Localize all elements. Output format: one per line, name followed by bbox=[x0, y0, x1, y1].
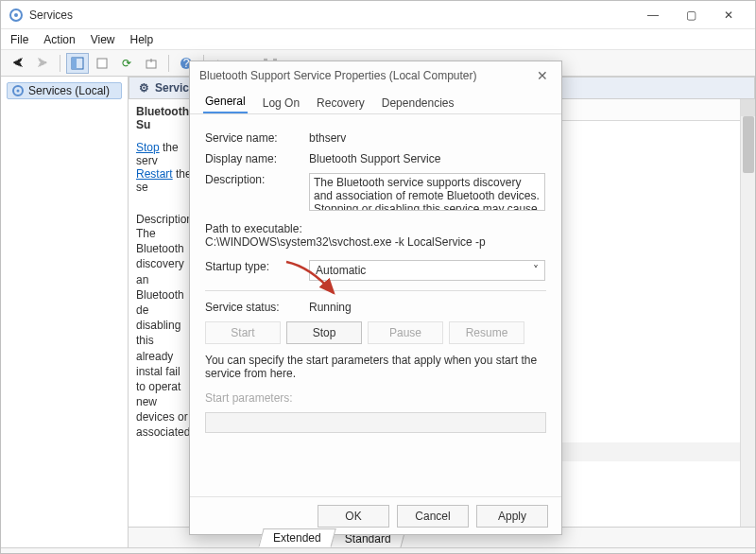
close-button[interactable]: ✕ bbox=[710, 2, 747, 28]
tree-root[interactable]: Services (Local) bbox=[7, 82, 122, 99]
start-params-hint: You can specify the start parameters tha… bbox=[205, 354, 546, 380]
svg-point-1 bbox=[14, 13, 18, 17]
path-label: Path to executable: bbox=[205, 222, 302, 235]
apply-button[interactable]: Apply bbox=[476, 505, 548, 528]
services-icon bbox=[9, 8, 24, 23]
titlebar: Services — ▢ ✕ bbox=[1, 1, 755, 29]
tree-pane: Services (Local) bbox=[1, 77, 129, 547]
svg-rect-3 bbox=[72, 58, 77, 69]
start-params-input bbox=[205, 412, 546, 433]
tab-dependencies[interactable]: Dependencies bbox=[380, 93, 456, 113]
maximize-button[interactable]: ▢ bbox=[672, 2, 710, 28]
svg-rect-4 bbox=[97, 59, 107, 68]
back-button[interactable]: ⮜ bbox=[7, 53, 29, 74]
forward-button[interactable]: ⮞ bbox=[31, 53, 54, 74]
detail-pane: Bluetooth Su Stop the serv Restart the s… bbox=[129, 99, 197, 527]
dialog-title: Bluetooth Support Service Properties (Lo… bbox=[199, 69, 533, 82]
menu-help[interactable]: Help bbox=[130, 33, 154, 46]
service-status-label: Service status: bbox=[205, 301, 309, 314]
startup-type-select[interactable]: Automatic˅ bbox=[309, 260, 545, 281]
path-value: C:\WINDOWS\system32\svchost.exe -k Local… bbox=[205, 235, 486, 249]
status-bar bbox=[1, 547, 755, 553]
startup-type-label: Startup type: bbox=[205, 260, 309, 273]
stop-button[interactable]: Stop bbox=[286, 321, 362, 344]
menu-action[interactable]: Action bbox=[43, 33, 75, 46]
scrollbar[interactable] bbox=[740, 99, 755, 527]
service-name-value: bthserv bbox=[309, 131, 546, 145]
description-label: Description: bbox=[205, 173, 309, 186]
tab-logon[interactable]: Log On bbox=[261, 93, 301, 113]
cancel-button[interactable]: Cancel bbox=[397, 505, 469, 528]
gear-icon: ⚙ bbox=[139, 81, 149, 95]
menu-bar: File Action View Help bbox=[1, 29, 755, 50]
service-status-value: Running bbox=[309, 301, 546, 314]
stop-link[interactable]: Stop bbox=[136, 141, 160, 154]
export-button[interactable] bbox=[140, 53, 163, 74]
description-body: The Bluetooth discovery an Bluetooth de … bbox=[136, 226, 193, 441]
display-name-value: Bluetooth Support Service bbox=[309, 152, 546, 165]
minimize-button[interactable]: — bbox=[634, 2, 672, 28]
properties-button[interactable] bbox=[91, 53, 113, 74]
svg-point-9 bbox=[17, 90, 20, 93]
display-name-label: Display name: bbox=[205, 152, 309, 165]
tab-recovery[interactable]: Recovery bbox=[315, 93, 367, 113]
description-box[interactable]: The Bluetooth service supports discovery… bbox=[309, 173, 545, 211]
tree-root-label: Services (Local) bbox=[28, 84, 110, 97]
dialog-close-button[interactable]: ✕ bbox=[533, 68, 552, 83]
chevron-down-icon: ˅ bbox=[533, 264, 539, 277]
ok-button[interactable]: OK bbox=[318, 505, 389, 528]
show-hide-tree-button[interactable] bbox=[66, 53, 89, 74]
selected-service-heading: Bluetooth Su bbox=[136, 105, 193, 131]
tab-general[interactable]: General bbox=[203, 91, 248, 113]
description-label: Description: bbox=[136, 213, 193, 226]
resume-button: Resume bbox=[449, 321, 524, 344]
menu-file[interactable]: File bbox=[10, 33, 28, 46]
start-button: Start bbox=[205, 321, 281, 344]
pause-button: Pause bbox=[368, 321, 443, 344]
restart-link[interactable]: Restart bbox=[136, 167, 173, 181]
menu-view[interactable]: View bbox=[91, 33, 115, 46]
properties-dialog: Bluetooth Support Service Properties (Lo… bbox=[189, 61, 562, 535]
window-title: Services bbox=[29, 9, 634, 22]
start-params-label: Start parameters: bbox=[205, 391, 309, 405]
tab-extended[interactable]: Extended bbox=[258, 528, 335, 547]
service-name-label: Service name: bbox=[205, 131, 309, 145]
refresh-button[interactable]: ⟳ bbox=[115, 53, 138, 74]
gear-icon bbox=[11, 84, 25, 97]
